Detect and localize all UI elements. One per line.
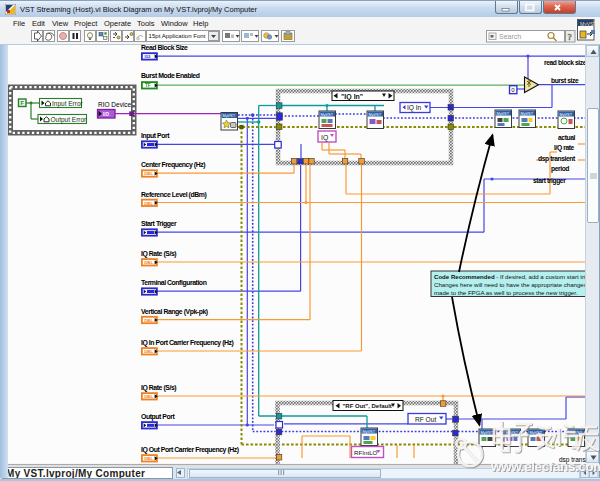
svg-text:Output Error: Output Error	[51, 116, 88, 124]
svg-text:Input Port: Input Port	[141, 132, 170, 140]
svg-text:"RF Out", Default: "RF Out", Default	[343, 403, 392, 409]
svg-text:Read Block Size: Read Block Size	[141, 44, 188, 51]
svg-text:start trigger: start trigger	[533, 177, 566, 185]
svg-text:Output Port: Output Port	[141, 413, 175, 421]
svg-text:Changes here will need to have: Changes here will need to have the appro…	[434, 281, 587, 288]
svg-text:I/O: I/O	[103, 112, 110, 117]
svg-text:IQ: IQ	[321, 134, 328, 142]
svg-text:"IQ In": "IQ In"	[341, 93, 363, 101]
svg-text:IQ Rate (S/s): IQ Rate (S/s)	[141, 384, 176, 392]
svg-text:period: period	[551, 165, 569, 173]
svg-text:Search: Search	[499, 33, 521, 40]
svg-text:Input Error: Input Error	[52, 100, 84, 108]
svg-text:Reference Level (dBm): Reference Level (dBm)	[141, 191, 206, 199]
svg-text:Terminal Configuration: Terminal Configuration	[141, 279, 207, 287]
svg-text:IQ Rate (S/s): IQ Rate (S/s)	[141, 250, 176, 258]
svg-text:read block size: read block size	[544, 59, 587, 66]
svg-text:IQ Out Port Carrier Frequency: IQ Out Port Carrier Frequency (Hz)	[141, 446, 239, 454]
svg-text:RF Out: RF Out	[415, 416, 436, 423]
svg-text:IQ In: IQ In	[407, 104, 422, 112]
svg-text:burst size: burst size	[551, 77, 579, 84]
svg-text:RFIntLO: RFIntLO	[354, 449, 378, 456]
svg-text:RIO Device: RIO Device	[98, 101, 132, 108]
svg-text:made to the FPGA as well to pr: made to the FPGA as well to process the …	[434, 289, 578, 296]
svg-text:?: ?	[568, 32, 573, 42]
svg-text:Start Trigger: Start Trigger	[141, 220, 177, 228]
svg-text:IQ In Port Carrier Frequency (: IQ In Port Carrier Frequency (Hz)	[141, 339, 234, 347]
svg-text:I/Q rate: I/Q rate	[554, 144, 575, 152]
svg-text:MyVST: MyVST	[580, 21, 595, 27]
svg-text:Vertical Range (Vpk-pk): Vertical Range (Vpk-pk)	[141, 308, 208, 316]
svg-text:Burst Mode Enabled: Burst Mode Enabled	[141, 72, 200, 79]
svg-text:actual: actual	[558, 134, 575, 141]
svg-text:dsp transient: dsp transient	[538, 155, 576, 163]
svg-text:Center Frequency (Hz): Center Frequency (Hz)	[141, 161, 205, 169]
svg-text:15pt Application Font: 15pt Application Font	[149, 32, 206, 39]
svg-text:Code Recommended - If desired,: Code Recommended - If desired, add a cus…	[434, 273, 585, 280]
